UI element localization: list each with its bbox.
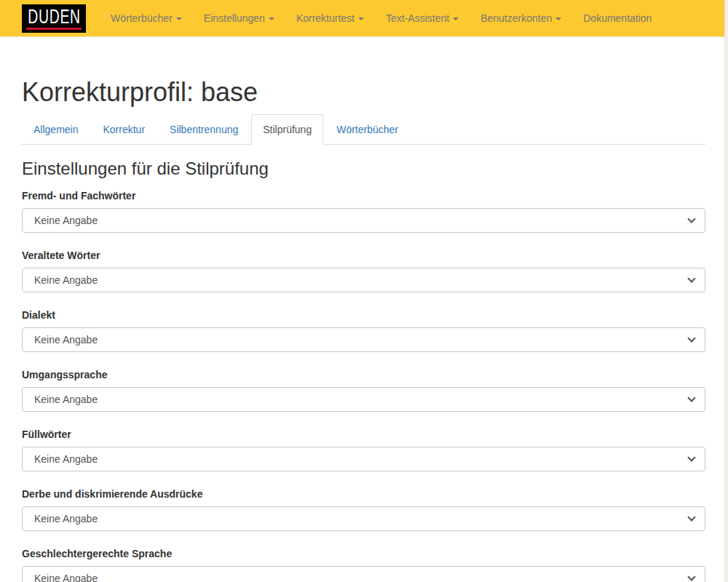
select-wrapper: Keine Angabe [22,447,705,471]
tab-item: Wörterbücher [325,114,410,145]
tab-item: Allgemein [22,114,90,145]
tab-item: Korrektur [91,114,157,145]
page-title: Korrekturprofil: base [22,78,705,107]
tab-allgemein[interactable]: Allgemein [22,114,90,145]
label-fremd-und-fachwoerter: Fremd- und Fachwörter [22,188,135,203]
section-title: Einstellungen für die Stilprüfung [22,159,705,178]
form-group-veraltete-woerter: Veraltete Wörter Keine Angabe [22,248,705,292]
label-umgangssprache: Umgangssprache [22,367,107,382]
nav-item-benutzerkonten[interactable]: Benutzerkonten [470,0,572,36]
nav-item-label: Korrekturtest [296,12,355,24]
label-fuellwoerter: Füllwörter [22,427,71,442]
select-dialekt[interactable]: Keine Angabe [22,327,705,352]
navbar: DUDEN Wörterbücher Einstellungen Korrekt… [0,0,724,37]
caret-down-icon [358,17,364,20]
label-geschlechtergerechte-sprache: Geschlechtergerechte Sprache [22,546,172,561]
select-fremd-und-fachwoerter[interactable]: Keine Angabe [22,208,705,233]
label-dialekt: Dialekt [22,308,55,322]
select-wrapper: Keine Angabe [22,327,705,352]
nav-item-einstellungen[interactable]: Einstellungen [193,0,285,36]
tab-item: Stilprüfung [251,114,323,145]
form-group-geschlechtergerechte-sprache: Geschlechtergerechte Sprache Keine Angab… [22,546,705,582]
select-wrapper: Keine Angabe [22,506,705,531]
main-content: Korrekturprofil: base Allgemein Korrektu… [0,78,724,582]
tab-silbentrennung[interactable]: Silbentrennung [158,114,250,145]
tab-item: Silbentrennung [158,114,250,145]
nav-item-dokumentation[interactable]: Dokumentation [572,0,662,36]
nav-item-label: Wörterbücher [111,12,173,24]
scrollbar[interactable] [724,0,728,582]
nav-item-woerterbuecher[interactable]: Wörterbücher [100,0,193,36]
select-wrapper: Keine Angabe [22,208,705,233]
form-group-fremd-und-fachwoerter: Fremd- und Fachwörter Keine Angabe [22,188,705,233]
select-veraltete-woerter[interactable]: Keine Angabe [22,268,705,292]
nav-item-label: Benutzerkonten [480,12,552,24]
duden-logo[interactable]: DUDEN [22,4,86,33]
navbar-menu: Wörterbücher Einstellungen Korrekturtest… [100,0,662,36]
label-derbe-ausdruecke: Derbe und diskrimierende Ausdrücke [22,487,202,501]
select-fuellwoerter[interactable]: Keine Angabe [22,447,705,471]
nav-item-label: Dokumentation [583,12,652,24]
duden-logo-underline [26,28,82,30]
select-umgangssprache[interactable]: Keine Angabe [22,387,705,412]
nav-item-label: Einstellungen [204,12,265,24]
select-wrapper: Keine Angabe [22,268,705,292]
select-geschlechtergerechte-sprache[interactable]: Keine Angabe [22,566,705,582]
nav-item-korrekturtest[interactable]: Korrekturtest [285,0,375,36]
label-veraltete-woerter: Veraltete Wörter [22,248,100,263]
duden-logo-text: DUDEN [28,7,81,27]
tab-stilpruefung[interactable]: Stilprüfung [251,114,323,145]
caret-down-icon [176,17,182,20]
form-group-derbe-ausdruecke: Derbe und diskrimierende Ausdrücke Keine… [22,487,705,531]
select-wrapper: Keine Angabe [22,566,705,582]
caret-down-icon [453,17,459,20]
select-wrapper: Keine Angabe [22,387,705,412]
tab-woerterbuecher[interactable]: Wörterbücher [325,114,410,145]
caret-down-icon [269,17,274,20]
select-derbe-ausdruecke[interactable]: Keine Angabe [22,506,705,531]
nav-item-text-assistent[interactable]: Text-Assistent [375,0,470,36]
form-group-fuellwoerter: Füllwörter Keine Angabe [22,427,705,471]
tab-korrektur[interactable]: Korrektur [91,114,157,145]
form-group-dialekt: Dialekt Keine Angabe [22,308,705,352]
form-group-umgangssprache: Umgangssprache Keine Angabe [22,367,705,412]
profile-tabs: Allgemein Korrektur Silbentrennung Stilp… [22,114,705,145]
caret-down-icon [555,17,561,20]
nav-item-label: Text-Assistent [386,12,449,24]
